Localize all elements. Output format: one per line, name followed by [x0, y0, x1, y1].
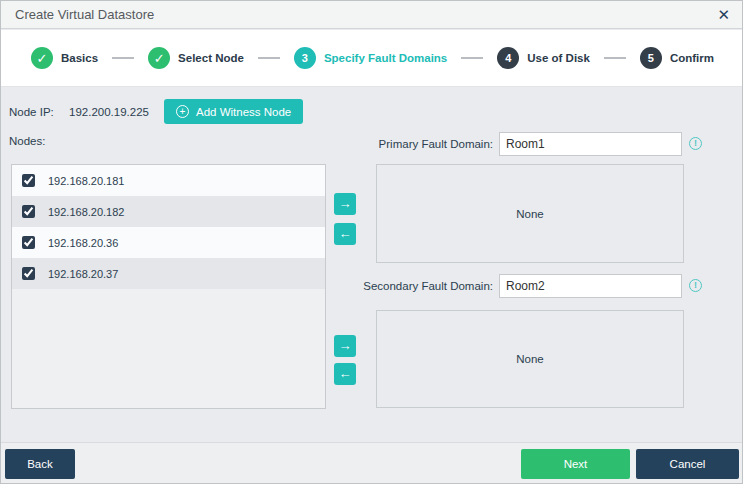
cancel-button[interactable]: Cancel: [636, 449, 739, 479]
move-right-button-secondary[interactable]: →: [334, 335, 356, 357]
node-ip: 192.168.20.181: [48, 175, 124, 187]
primary-none-text: None: [516, 208, 544, 220]
move-left-button-secondary[interactable]: ←: [334, 363, 356, 385]
check-icon: ✓: [31, 47, 53, 69]
node-ip: 192.168.20.37: [48, 268, 118, 280]
node-ip-value: 192.200.19.225: [69, 106, 164, 118]
step-separator: [112, 57, 134, 59]
step-use-of-disk[interactable]: 4 Use of Disk: [497, 47, 590, 69]
primary-fault-domain-label: Primary Fault Domain:: [379, 132, 493, 156]
info-icon[interactable]: !: [689, 137, 702, 150]
node-row: 192.168.20.37: [12, 258, 325, 289]
primary-fault-domain-input[interactable]: [499, 132, 682, 156]
step-number-icon: 4: [497, 47, 519, 69]
node-row: 192.168.20.181: [12, 165, 325, 196]
title-bar: Create Virtual Datastore ✕: [1, 1, 742, 29]
step-basics[interactable]: ✓ Basics: [31, 47, 98, 69]
step-separator: [604, 57, 626, 59]
step-select-node[interactable]: ✓ Select Node: [148, 47, 244, 69]
secondary-fault-domain-input[interactable]: [499, 274, 682, 298]
secondary-fault-domain-box: None: [376, 310, 684, 408]
primary-fault-domain-box: None: [376, 164, 684, 263]
step-confirm[interactable]: 5 Confirm: [640, 47, 714, 69]
node-row: 192.168.20.36: [12, 227, 325, 258]
add-witness-node-label: Add Witness Node: [196, 106, 291, 118]
node-checkbox[interactable]: [22, 205, 35, 218]
nodes-list-label: Nodes:: [9, 135, 45, 147]
step-number-icon: 3: [294, 47, 316, 69]
step-label: Basics: [61, 52, 98, 64]
step-label: Use of Disk: [527, 52, 590, 64]
step-label: Specify Fault Domains: [324, 52, 447, 64]
step-separator: [258, 57, 280, 59]
step-separator: [461, 57, 483, 59]
add-witness-node-button[interactable]: + Add Witness Node: [164, 99, 303, 124]
node-row: 192.168.20.182: [12, 196, 325, 227]
node-checkbox[interactable]: [22, 236, 35, 249]
create-virtual-datastore-dialog: Create Virtual Datastore ✕ ✓ Basics ✓ Se…: [0, 0, 743, 484]
back-button[interactable]: Back: [5, 449, 75, 479]
wizard-stepper: ✓ Basics ✓ Select Node 3 Specify Fault D…: [1, 30, 742, 87]
move-right-button-primary[interactable]: →: [334, 193, 356, 215]
next-button[interactable]: Next: [521, 449, 630, 479]
close-icon[interactable]: ✕: [717, 7, 730, 22]
node-checkbox[interactable]: [22, 174, 35, 187]
step-specify-fault-domains[interactable]: 3 Specify Fault Domains: [294, 47, 447, 69]
info-icon[interactable]: !: [689, 279, 702, 292]
nodes-list: 192.168.20.181192.168.20.182192.168.20.3…: [11, 164, 326, 409]
step-label: Select Node: [178, 52, 244, 64]
node-checkbox[interactable]: [22, 267, 35, 280]
plus-circle-icon: +: [176, 105, 189, 118]
step-number-icon: 5: [640, 47, 662, 69]
dialog-title: Create Virtual Datastore: [15, 7, 154, 22]
node-ip: 192.168.20.36: [48, 237, 118, 249]
secondary-none-text: None: [516, 353, 544, 365]
secondary-fault-domain-label: Secondary Fault Domain:: [363, 274, 493, 298]
node-ip-row: Node IP: 192.200.19.225 + Add Witness No…: [9, 99, 303, 124]
move-left-button-primary[interactable]: ←: [334, 223, 356, 245]
node-ip: 192.168.20.182: [48, 206, 124, 218]
node-ip-label: Node IP:: [9, 106, 69, 118]
check-icon: ✓: [148, 47, 170, 69]
footer-bar: Back Next Cancel: [1, 442, 742, 484]
step-label: Confirm: [670, 52, 714, 64]
